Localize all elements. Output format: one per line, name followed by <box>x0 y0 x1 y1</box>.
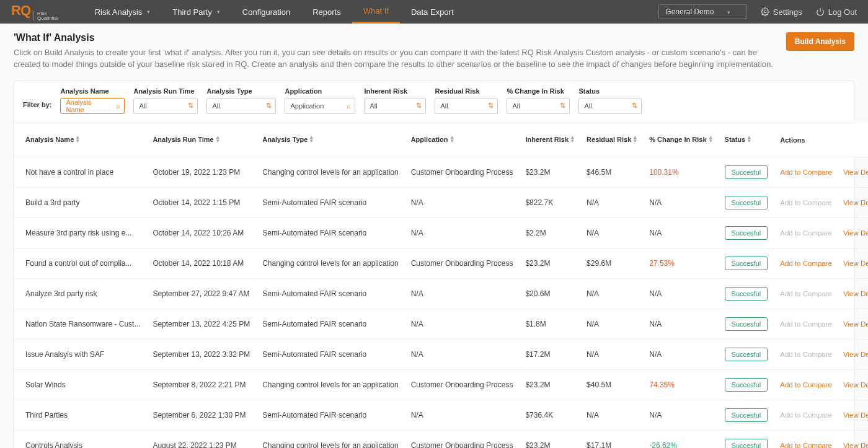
column-header[interactable]: Application <box>405 123 520 157</box>
column-header[interactable]: Residual Risk <box>580 123 643 157</box>
column-header-label: Status <box>725 136 746 144</box>
cell: $736.4K <box>519 400 580 430</box>
column-header-label: Analysis Name <box>25 136 74 144</box>
column-header[interactable]: Status <box>719 123 774 157</box>
cell: October 19, 2022 1:23 PM <box>146 157 256 187</box>
add-to-compare-link[interactable]: Add to Compare <box>780 169 832 176</box>
filter-inherent-risk[interactable]: All⇅ <box>364 98 426 114</box>
add-to-compare-link[interactable]: Add to Compare <box>780 260 832 267</box>
cell-status: Succesful <box>719 369 774 400</box>
filter-status[interactable]: All⇅ <box>578 98 642 114</box>
cell: N/A <box>405 339 520 369</box>
add-to-compare-link[interactable]: Add to Compare <box>780 442 832 448</box>
logout-link[interactable]: Log Out <box>816 7 857 17</box>
cell: Customer Onboarding Process <box>405 248 520 278</box>
nav-item-third-party[interactable]: Third Party▾ <box>161 0 231 24</box>
filter-value: All <box>139 102 146 110</box>
nav-item-label: Risk Analysis <box>95 7 143 17</box>
cell: $20.6M <box>519 278 580 309</box>
view-details-link[interactable]: View Details <box>843 442 868 448</box>
cell: Measure 3rd party risk using e... <box>14 217 146 248</box>
cell-pct-change: N/A <box>643 339 718 369</box>
status-badge: Succesful <box>725 287 768 301</box>
cell: Customer Onboarding Process <box>405 369 520 400</box>
column-header[interactable]: Analysis Run Time <box>146 123 256 157</box>
add-to-compare-link: Add to Compare <box>780 290 832 297</box>
view-details-link[interactable]: View Details <box>843 351 868 358</box>
filter-application[interactable]: Application⌕ <box>285 98 355 114</box>
cell: $17.1M <box>580 430 643 448</box>
sliders-icon: ⇅ <box>416 102 422 110</box>
cell: Semi-Automated FAIR scenario <box>256 217 404 248</box>
view-details-link[interactable]: View Details <box>843 381 868 389</box>
cell: N/A <box>405 400 520 430</box>
cell: Found a control out of complia... <box>14 248 146 278</box>
cell: N/A <box>580 217 643 248</box>
gear-icon <box>761 7 769 16</box>
cell-pct-change: -26.62% <box>643 430 718 448</box>
filter-value: All <box>584 102 591 110</box>
view-details-link[interactable]: View Details <box>843 411 868 419</box>
settings-link[interactable]: Settings <box>761 7 802 17</box>
nav-item-reports[interactable]: Reports <box>301 0 352 24</box>
filter-analysis-run-time[interactable]: All⇅ <box>133 98 198 114</box>
column-header[interactable]: Analysis Type <box>256 123 404 157</box>
cell: N/A <box>580 187 643 217</box>
table-row: Solar WindsSeptember 8, 2022 2:21 PMChan… <box>14 369 868 400</box>
nav-item-risk-analysis[interactable]: Risk Analysis▾ <box>84 0 162 24</box>
chevron-down-icon: ▾ <box>727 9 730 15</box>
nav-item-data-export[interactable]: Data Export <box>400 0 465 24</box>
filter-value: All <box>212 102 219 110</box>
add-to-compare-link: Add to Compare <box>780 320 832 328</box>
environment-select[interactable]: General Demo ▾ <box>658 4 746 19</box>
cell: $23.2M <box>519 430 580 448</box>
cell-actions: Add to CompareView DetailsDelete <box>774 400 868 430</box>
cell: $23.2M <box>519 369 580 400</box>
cell-pct-change: N/A <box>643 278 718 309</box>
column-header[interactable]: % Change In Risk <box>643 123 718 157</box>
search-icon: ⌕ <box>116 102 120 110</box>
filter-value: All <box>370 102 377 110</box>
table-row: Controls AnalysisAugust 22, 2022 1:23 PM… <box>14 430 868 448</box>
filter-analysis-name[interactable]: Analysis Name⌕ <box>60 98 125 114</box>
cell: Semi-Automated FAIR scenario <box>256 187 404 217</box>
filter-value: All <box>440 102 448 110</box>
nav-item-configuration[interactable]: Configuration <box>231 0 301 24</box>
view-details-link[interactable]: View Details <box>843 199 868 206</box>
sort-icon <box>748 136 751 143</box>
cell: Changing control levels for an applicati… <box>256 157 404 187</box>
column-header[interactable]: Analysis Name <box>14 123 146 157</box>
add-to-compare-link: Add to Compare <box>780 351 832 358</box>
cell: $40.5M <box>580 369 643 400</box>
filter-residual-risk[interactable]: All⇅ <box>435 98 498 114</box>
cell-actions: Add to CompareView DetailsDelete <box>774 430 868 448</box>
filter-label: Analysis Name <box>60 87 125 95</box>
filter--change-in-risk[interactable]: All⇅ <box>507 98 570 114</box>
build-analysis-button[interactable]: Build Analysis <box>786 32 854 51</box>
filter-analysis-type[interactable]: All⇅ <box>206 98 276 114</box>
view-details-link[interactable]: View Details <box>843 229 868 237</box>
table-row: Build a 3rd partyOctober 14, 2022 1:15 P… <box>14 187 868 217</box>
column-header[interactable]: Inherent Risk <box>519 123 580 157</box>
view-details-link[interactable]: View Details <box>843 169 868 176</box>
cell-status: Succesful <box>719 339 774 369</box>
cell: N/A <box>580 400 643 430</box>
cell-pct-change: N/A <box>643 400 718 430</box>
svg-point-0 <box>764 11 766 13</box>
add-to-compare-link[interactable]: Add to Compare <box>780 381 832 389</box>
column-header-label: Analysis Run Time <box>153 136 213 144</box>
column-header[interactable]: Actions <box>774 123 864 157</box>
chevron-down-icon: ▾ <box>217 9 220 15</box>
logo[interactable]: RQ Risk Quantifier <box>11 2 59 21</box>
add-to-compare-link: Add to Compare <box>780 229 832 237</box>
cell-pct-change: N/A <box>643 187 718 217</box>
nav-item-what-if[interactable]: What If <box>352 0 400 24</box>
view-details-link[interactable]: View Details <box>843 260 868 267</box>
cell: Solar Winds <box>14 369 146 400</box>
filter-label: Status <box>578 87 642 95</box>
cell: September 8, 2022 2:21 PM <box>146 369 256 400</box>
view-details-link[interactable]: View Details <box>843 290 868 297</box>
view-details-link[interactable]: View Details <box>843 320 868 328</box>
cell: October 14, 2022 1:15 PM <box>146 187 256 217</box>
settings-label: Settings <box>773 7 802 17</box>
